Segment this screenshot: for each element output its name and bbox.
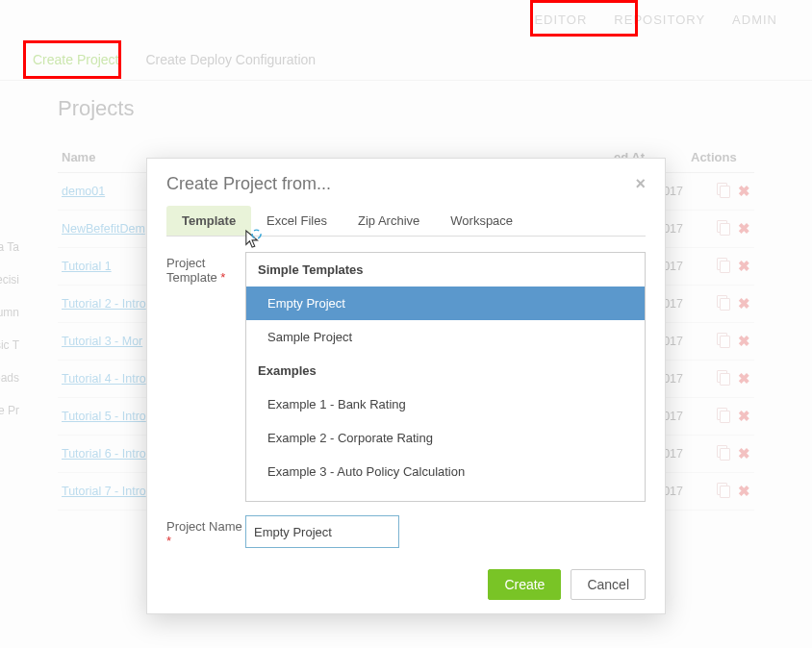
delete-icon[interactable]: ✖ xyxy=(738,483,750,500)
sidebar-peek-item: a Ta xyxy=(0,231,19,263)
delete-icon[interactable]: ✖ xyxy=(738,370,750,387)
copy-icon[interactable] xyxy=(717,483,730,496)
copy-icon[interactable] xyxy=(717,183,730,196)
template-sample-project[interactable]: Sample Project xyxy=(246,320,645,354)
tab-workspace[interactable]: Workspace xyxy=(435,206,528,236)
col-actions: Actions xyxy=(687,142,754,173)
create-button[interactable]: Create xyxy=(488,569,561,600)
template-example-3[interactable]: Example 3 - Auto Policy Calculation xyxy=(246,455,645,488)
project-link[interactable]: demo01 xyxy=(62,185,105,198)
copy-icon[interactable] xyxy=(717,445,730,459)
nav-editor[interactable]: EDITOR xyxy=(534,12,587,27)
create-project-modal: Create Project from... × Template Excel … xyxy=(146,158,666,614)
label-project-template: Project Template * xyxy=(166,252,245,502)
modal-title: Create Project from... xyxy=(166,174,331,194)
sidebar-peek-item: eads xyxy=(0,361,19,394)
template-list[interactable]: Simple Templates Empty Project Sample Pr… xyxy=(245,252,646,502)
template-group-tutorials: Tutorials xyxy=(246,488,645,502)
delete-icon[interactable]: ✖ xyxy=(738,183,750,200)
tab-excel-files[interactable]: Excel Files xyxy=(251,206,343,236)
delete-icon[interactable]: ✖ xyxy=(738,220,750,237)
template-example-2[interactable]: Example 2 - Corporate Rating xyxy=(246,421,645,455)
project-link[interactable]: Tutorial 6 - Intro xyxy=(62,447,146,461)
sidebar-peek-item: sic T xyxy=(0,329,19,361)
template-example-1[interactable]: Example 1 - Bank Rating xyxy=(246,387,645,421)
sidebar-peek-item: e Pr xyxy=(0,394,19,427)
tab-template[interactable]: Template xyxy=(166,206,251,236)
project-link[interactable]: Tutorial 2 - Intro xyxy=(62,297,146,311)
delete-icon[interactable]: ✖ xyxy=(738,408,750,425)
template-group-simple: Simple Templates xyxy=(246,253,645,287)
template-group-examples: Examples xyxy=(246,354,645,387)
page-title: Projects xyxy=(58,96,754,121)
subnav-create-deploy[interactable]: Create Deploy Configuration xyxy=(145,52,316,67)
close-icon[interactable]: × xyxy=(635,174,646,194)
project-link[interactable]: Tutorial 5 - Intro xyxy=(62,410,146,423)
template-empty-project[interactable]: Empty Project xyxy=(246,287,645,320)
project-link[interactable]: Tutorial 3 - Mor xyxy=(62,335,142,348)
sidebar-peek: a Ta ecisi umn sic T eads e Pr xyxy=(0,231,19,427)
sidebar-peek-item: ecisi xyxy=(0,263,19,296)
copy-icon[interactable] xyxy=(717,295,730,309)
delete-icon[interactable]: ✖ xyxy=(738,295,750,312)
sidebar-peek-item: umn xyxy=(0,296,19,329)
project-name-input[interactable] xyxy=(245,515,399,548)
label-project-name: Project Name * xyxy=(166,515,245,548)
copy-icon[interactable] xyxy=(717,408,730,421)
nav-admin[interactable]: ADMIN xyxy=(732,12,777,27)
copy-icon[interactable] xyxy=(717,220,730,234)
delete-icon[interactable]: ✖ xyxy=(738,258,750,275)
subnav-create-project[interactable]: Create Project xyxy=(33,52,118,67)
project-link[interactable]: Tutorial 7 - Intro xyxy=(62,485,146,498)
delete-icon[interactable]: ✖ xyxy=(738,445,750,462)
tab-zip-archive[interactable]: Zip Archive xyxy=(343,206,435,236)
nav-repository[interactable]: REPOSITORY xyxy=(614,12,705,27)
delete-icon[interactable]: ✖ xyxy=(738,333,750,350)
copy-icon[interactable] xyxy=(717,258,730,271)
project-link[interactable]: Tutorial 1 xyxy=(62,260,112,273)
project-link[interactable]: Tutorial 4 - Intro xyxy=(62,372,146,386)
project-link[interactable]: NewBefefitDem xyxy=(62,222,145,236)
cancel-button[interactable]: Cancel xyxy=(571,569,646,600)
copy-icon[interactable] xyxy=(717,333,730,346)
copy-icon[interactable] xyxy=(717,370,730,384)
